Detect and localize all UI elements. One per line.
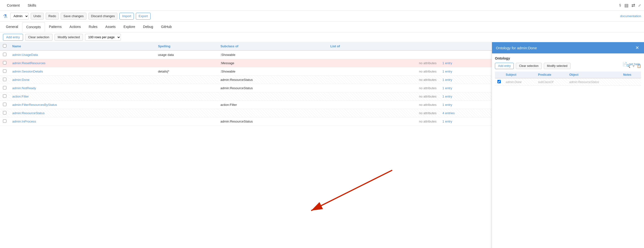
top-nav-items: Content Skills (3, 3, 40, 7)
tab-rules[interactable]: Rules (85, 22, 102, 32)
clear-selection-button[interactable]: Clear selection (25, 34, 52, 41)
row-checkbox[interactable] (3, 69, 6, 73)
rows-per-page-select[interactable]: 100 rows per page (85, 34, 121, 41)
top-nav: Content Skills (3, 3, 617, 7)
row-checkbox-cell (0, 50, 9, 59)
dna-icon[interactable]: ⚕ (619, 3, 622, 8)
row-subclass (217, 109, 328, 117)
close-ontology-button[interactable]: ✕ (634, 45, 640, 50)
row-subclass: admin:ResourceStatus (217, 117, 328, 126)
row-checkbox-cell (0, 92, 9, 101)
ontology-header: Ontology for admin:Done ✕ (492, 42, 644, 53)
tab-concepts[interactable]: Concepts (22, 22, 45, 32)
row-spelling (155, 76, 217, 84)
row-entries[interactable]: 1 entry (440, 59, 492, 67)
onto-notes (621, 78, 641, 86)
admin-select[interactable]: Admin (10, 13, 29, 20)
select-all-checkbox[interactable] (3, 44, 6, 48)
row-checkbox-cell (0, 84, 9, 92)
toolbar: ⚗ Admin Undo Redo Save changes Discard c… (0, 11, 644, 21)
save-changes-button[interactable]: Save changes (61, 13, 86, 20)
row-checkbox[interactable] (3, 61, 6, 64)
ontology-add-entry-button[interactable]: Add entry (495, 63, 514, 69)
row-checkbox[interactable] (3, 111, 6, 115)
ontology-sub-toolbar: Add entry Clear selection Modify selecte… (495, 63, 641, 69)
onto-predicate: subClassOf (536, 78, 567, 86)
row-subclass (217, 92, 328, 101)
ontology-clear-selection-button[interactable]: Clear selection (516, 63, 542, 69)
row-name[interactable]: admin:Done (9, 76, 155, 84)
row-checkbox[interactable] (3, 119, 6, 123)
tab-debug[interactable]: Debug (139, 22, 157, 32)
row-spelling (155, 84, 217, 92)
row-attributes: no attributes (372, 59, 440, 67)
row-subclass: admin:ResourceStatus (217, 84, 328, 92)
import-button[interactable]: Import (119, 13, 134, 20)
row-entries[interactable]: 1 entry (440, 101, 492, 109)
top-nav-content[interactable]: Content (3, 3, 24, 7)
get-help-link[interactable]: 📄 get help (622, 62, 640, 66)
ontology-modify-selected-button[interactable]: Modify selected (544, 63, 570, 69)
tab-actions[interactable]: Actions (66, 22, 85, 32)
row-name[interactable]: admin:UsageData (9, 50, 155, 59)
onto-notes-header: Notes (621, 72, 641, 78)
table-row: admin:NotReadyadmin:ResourceStatusno att… (0, 84, 492, 92)
name-header: Name (9, 42, 155, 50)
row-checkbox[interactable] (3, 53, 6, 56)
tab-bar: General Concepts Patterns Actions Rules … (0, 21, 644, 32)
table-row: admin:UsageDatausage data:Showable (0, 50, 492, 59)
listof-header: List of (328, 42, 372, 50)
concepts-sub-toolbar: Add entry Clear selection Modify selecte… (0, 32, 644, 42)
get-help-label: get help (629, 62, 640, 66)
row-name[interactable]: admin:FilterResourcesByStatus (9, 101, 155, 109)
row-subclass: admin:ResourceStatus (217, 76, 328, 84)
row-attributes: no attributes (372, 67, 440, 76)
row-checkbox[interactable] (3, 94, 6, 98)
documentation-link[interactable]: documentation (620, 14, 641, 18)
row-entries[interactable]: 1 entry (440, 92, 492, 101)
share-icon[interactable]: ⇄ (632, 3, 635, 8)
row-entries[interactable]: 1 entry (440, 76, 492, 84)
row-spelling (155, 117, 217, 126)
row-listof (328, 92, 372, 101)
add-entry-button[interactable]: Add entry (3, 34, 23, 41)
row-listof (328, 84, 372, 92)
table-row: action:Filterno attributes1 entry (0, 92, 492, 101)
tab-github[interactable]: GitHub (157, 22, 176, 32)
redo-button[interactable]: Redo (46, 13, 59, 20)
row-name[interactable]: admin:InProcess (9, 117, 155, 126)
row-listof (328, 67, 372, 76)
row-entries[interactable]: 4 entries (440, 109, 492, 117)
row-checkbox[interactable] (3, 86, 6, 90)
row-entries[interactable]: 1 entry (440, 117, 492, 126)
discard-changes-button[interactable]: Discard changes (88, 13, 118, 20)
onto-row-checkbox[interactable] (497, 80, 501, 83)
row-name[interactable]: action:Filter (9, 92, 155, 101)
expand-icon[interactable]: ⤢ (638, 3, 641, 7)
tab-patterns[interactable]: Patterns (45, 22, 66, 32)
row-checkbox[interactable] (3, 103, 6, 106)
row-entries[interactable]: 1 entry (440, 67, 492, 76)
onto-predicate-header: Predicate (536, 72, 567, 78)
server-icon[interactable]: ▤ (624, 3, 628, 8)
top-bar-icons: ⚕ ▤ ⇄ ⤢ (619, 3, 641, 8)
modify-selected-button[interactable]: Modify selected (54, 34, 83, 41)
row-name[interactable]: admin:NotReady (9, 84, 155, 92)
row-name[interactable]: admin:ResourceStatus (9, 109, 155, 117)
undo-button[interactable]: Undo (31, 13, 44, 20)
row-attributes: no attributes (372, 76, 440, 84)
row-checkbox[interactable] (3, 78, 6, 81)
onto-subject-header: Subject (503, 72, 536, 78)
entries-header (440, 42, 492, 50)
row-name[interactable]: admin:ResetResources (9, 59, 155, 67)
row-attributes: no attributes (372, 84, 440, 92)
row-entries[interactable]: 1 entry (440, 84, 492, 92)
row-subclass: :Showable (217, 67, 328, 76)
top-nav-skills[interactable]: Skills (24, 3, 40, 7)
export-button[interactable]: Export (136, 13, 150, 20)
row-name[interactable]: admin:SessionDetails (9, 67, 155, 76)
tab-general[interactable]: General (2, 22, 22, 32)
tab-explore[interactable]: Explore (120, 22, 139, 32)
tab-assets[interactable]: Assets (102, 22, 120, 32)
subclass-header: Subclass of (217, 42, 328, 50)
